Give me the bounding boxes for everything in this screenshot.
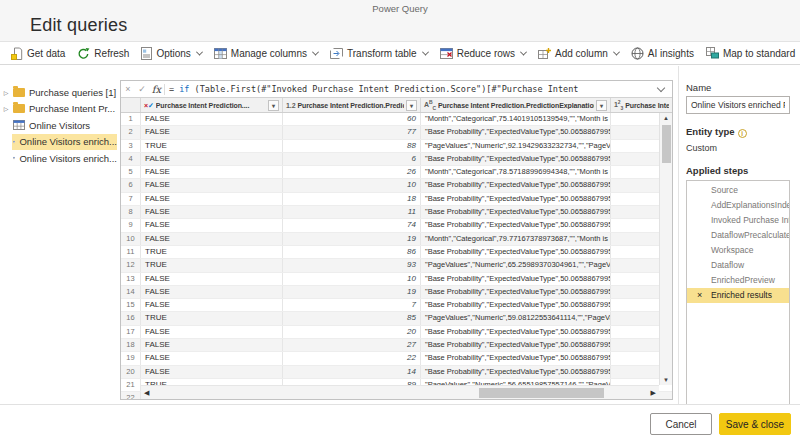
cancel-button[interactable]: Cancel <box>650 413 712 435</box>
cell-prediction-score[interactable]: 20 <box>283 326 421 338</box>
cell-prediction-score[interactable]: 19 <box>283 286 421 298</box>
table-row[interactable]: 9 FALSE 74 "Base Probability","ExpectedV… <box>121 219 672 232</box>
cell-prediction-explanation[interactable]: "Base Probability","ExpectedValueType",5… <box>421 299 611 311</box>
cell-prediction-explanation[interactable]: "Base Probability","ExpectedValueType",5… <box>421 126 611 138</box>
cell-prediction-score[interactable]: 77 <box>283 126 421 138</box>
column-header-prediction-score[interactable]: 1.2 Purchase Intent Prediction.Predictio… <box>283 98 421 112</box>
cell-prediction-score[interactable]: 10 <box>283 273 421 285</box>
column-header-prediction[interactable]: ×✓ Purchase Intent Prediction.... ▾ <box>141 98 283 112</box>
applied-step[interactable]: Invoked Purchase Intent ... <box>687 213 789 228</box>
cell-prediction-score[interactable]: 74 <box>283 219 421 231</box>
column-header-partial[interactable]: 123 Purchase Inter <box>611 98 672 112</box>
cell-prediction-explanation[interactable]: "Base Probability","ExpectedValueType",5… <box>421 339 611 351</box>
filter-dropdown-icon[interactable]: ▾ <box>268 100 279 111</box>
applied-step[interactable]: Dataflow <box>687 258 789 273</box>
table-row[interactable]: 3 TRUE 88 "PageValues","Numeric",92.1942… <box>121 140 672 153</box>
cancel-formula-icon[interactable]: × <box>121 84 135 94</box>
cell-predicted[interactable]: FALSE <box>141 352 283 364</box>
sidebar-item-purchase-queries[interactable]: ▷ Purchase queries [1] <box>0 84 117 101</box>
vertical-scrollbar[interactable]: ▲ ▼ <box>659 113 672 385</box>
chevron-right-icon[interactable]: ▷ <box>0 105 12 112</box>
applied-step[interactable]: AddExplanationsIndex <box>687 198 789 213</box>
sidebar-item-online-visitors[interactable]: Online Visitors <box>0 117 117 134</box>
table-row[interactable]: 20 FALSE 14 "Base Probability","Expected… <box>121 366 672 379</box>
scroll-up-icon[interactable]: ▲ <box>660 115 672 121</box>
cell-prediction-explanation[interactable]: "Base Probability","ExpectedValueType",5… <box>421 352 611 364</box>
cell-prediction-explanation[interactable]: "Month","Categorical",75.14019105139549,… <box>421 113 611 125</box>
save-and-close-button[interactable]: Save & close <box>719 413 791 435</box>
column-header-prediction-explanation[interactable]: ABC Purchase Intent Prediction.Predictio… <box>421 98 611 112</box>
cell-predicted[interactable]: FALSE <box>141 339 283 351</box>
applied-step[interactable]: Workspace <box>687 243 789 258</box>
cell-prediction-score[interactable]: 6 <box>283 153 421 165</box>
table-row[interactable]: 13 FALSE 10 "Base Probability","Expected… <box>121 273 672 286</box>
cell-predicted[interactable]: FALSE <box>141 233 283 245</box>
cell-predicted[interactable]: TRUE <box>141 312 283 324</box>
cell-prediction-explanation[interactable]: "Base Probability","ExpectedValueType",5… <box>421 326 611 338</box>
table-row[interactable]: 14 FALSE 19 "Base Probability","Expected… <box>121 286 672 299</box>
cell-predicted[interactable]: FALSE <box>141 286 283 298</box>
scroll-right-icon[interactable]: ▶ <box>651 389 656 397</box>
table-row[interactable]: 2 FALSE 77 "Base Probability","ExpectedV… <box>121 126 672 139</box>
commit-formula-icon[interactable]: ✓ <box>135 84 149 94</box>
cell-predicted[interactable]: FALSE <box>141 193 283 205</box>
scroll-down-icon[interactable]: ▼ <box>660 377 672 383</box>
refresh-button[interactable]: Refresh <box>71 42 135 64</box>
table-row[interactable]: 11 TRUE 86 "Base Probability","ExpectedV… <box>121 246 672 259</box>
horizontal-scroll-thumb[interactable] <box>479 388 604 398</box>
cell-predicted[interactable]: FALSE <box>141 166 283 178</box>
sidebar-item-purchase-intent[interactable]: ▷ Purchase Intent Pr... [4] <box>0 101 117 118</box>
name-input[interactable] <box>686 96 790 114</box>
applied-step[interactable]: DataflowPrecalculatedSo... <box>687 228 789 243</box>
sidebar-item-online-visitors-enriched-2[interactable]: Online Visitors enrich... <box>0 150 117 167</box>
table-row[interactable]: 10 FALSE 19 "Month","Categorical",79.771… <box>121 233 672 246</box>
delete-step-icon[interactable]: × <box>697 288 702 303</box>
cell-prediction-explanation[interactable]: "Base Probability","ExpectedValueType",5… <box>421 153 611 165</box>
cell-predicted[interactable]: FALSE <box>141 153 283 165</box>
applied-step[interactable]: × Enriched results <box>687 288 789 303</box>
cell-prediction-explanation[interactable]: "Base Probability","ExpectedValueType",5… <box>421 179 611 191</box>
cell-prediction-score[interactable]: 88 <box>283 140 421 152</box>
applied-step[interactable]: EnrichedPreview <box>687 273 789 288</box>
cell-prediction-explanation[interactable]: "Month","Categorical",79.77167378973687,… <box>421 233 611 245</box>
sidebar-item-online-visitors-enriched[interactable]: Online Visitors enrich... <box>0 134 117 151</box>
cell-prediction-explanation[interactable]: "Base Probability","ExpectedValueType",5… <box>421 219 611 231</box>
filter-dropdown-icon[interactable]: ▾ <box>406 100 417 111</box>
table-row[interactable]: 12 TRUE 93 "PageValues","Numeric",65.259… <box>121 259 672 272</box>
cell-prediction-explanation[interactable]: "Base Probability","ExpectedValueType",5… <box>421 286 611 298</box>
ai-insights-button[interactable]: AI insights <box>625 42 700 64</box>
table-row[interactable]: 6 FALSE 10 "Base Probability","ExpectedV… <box>121 179 672 192</box>
cell-prediction-explanation[interactable]: "Base Probability","ExpectedValueType",5… <box>421 273 611 285</box>
cell-prediction-explanation[interactable]: "Base Probability","ExpectedValueType",5… <box>421 206 611 218</box>
cell-prediction-score[interactable]: 93 <box>283 259 421 271</box>
table-row[interactable]: 1 FALSE 60 "Month","Categorical",75.1401… <box>121 113 672 126</box>
chevron-right-icon[interactable]: ▷ <box>0 89 12 96</box>
cell-predicted[interactable]: TRUE <box>141 246 283 258</box>
cell-prediction-explanation[interactable]: "PageValues","Numeric",59.08122553641114… <box>421 312 611 324</box>
transform-table-button[interactable]: Transform table <box>324 42 434 64</box>
cell-prediction-score[interactable]: 14 <box>283 366 421 378</box>
cell-prediction-explanation[interactable]: "Month","Categorical",78.57188996994348,… <box>421 166 611 178</box>
cell-predicted[interactable]: FALSE <box>141 366 283 378</box>
table-row[interactable]: 19 FALSE 22 "Base Probability","Expected… <box>121 352 672 365</box>
cell-prediction-score[interactable]: 18 <box>283 193 421 205</box>
table-row[interactable]: 17 FALSE 20 "Base Probability","Expected… <box>121 326 672 339</box>
table-row[interactable]: 16 TRUE 85 "PageValues","Numeric",59.081… <box>121 312 672 325</box>
map-to-standard-button[interactable]: Map to standard <box>700 42 800 64</box>
cell-prediction-score[interactable]: 26 <box>283 166 421 178</box>
cell-prediction-score[interactable]: 86 <box>283 246 421 258</box>
table-row[interactable]: 4 FALSE 6 "Base Probability","ExpectedVa… <box>121 153 672 166</box>
cell-prediction-score[interactable]: 22 <box>283 352 421 364</box>
cell-prediction-score[interactable]: 27 <box>283 339 421 351</box>
table-row[interactable]: 5 FALSE 26 "Month","Categorical",78.5718… <box>121 166 672 179</box>
cell-prediction-explanation[interactable]: "Base Probability","ExpectedValueType",5… <box>421 246 611 258</box>
filter-dropdown-icon[interactable]: ▾ <box>596 100 607 111</box>
cell-predicted[interactable]: FALSE <box>141 206 283 218</box>
cell-prediction-explanation[interactable]: "Base Probability","ExpectedValueType",5… <box>421 193 611 205</box>
cell-predicted[interactable]: TRUE <box>141 259 283 271</box>
info-icon[interactable]: i <box>738 129 747 138</box>
table-row[interactable]: 18 FALSE 27 "Base Probability","Expected… <box>121 339 672 352</box>
cell-predicted[interactable]: FALSE <box>141 179 283 191</box>
cell-prediction-score[interactable]: 10 <box>283 179 421 191</box>
manage-columns-button[interactable]: Manage columns <box>208 42 324 64</box>
